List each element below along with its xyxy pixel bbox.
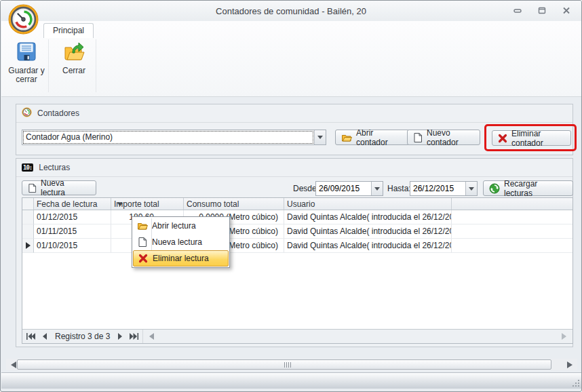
ribbon-body: Guardar y cerrar Cerrar bbox=[1, 38, 582, 96]
menu-item-eliminar-lectura[interactable]: Eliminar lectura bbox=[133, 250, 229, 267]
cell-empty bbox=[452, 239, 573, 253]
cerrar-button[interactable]: Cerrar bbox=[54, 38, 94, 96]
restore-icon[interactable] bbox=[537, 5, 547, 15]
app-gauge-icon[interactable] bbox=[7, 3, 39, 35]
folder-close-arrow-icon bbox=[63, 41, 85, 62]
menu-item-abrir-lectura[interactable]: Abrir lectura bbox=[133, 218, 229, 234]
table-row[interactable]: 01/11/2015 0,0000 (Metro cúbico) David Q… bbox=[22, 224, 573, 239]
title-bar[interactable]: Contadores de comunidad - Bailén, 20 bbox=[1, 1, 581, 21]
nueva-lectura-button[interactable]: Nueva lectura bbox=[22, 180, 96, 195]
hasta-date-editor[interactable] bbox=[410, 181, 478, 196]
nuevo-contador-label: Nuevo contador bbox=[427, 128, 474, 147]
desde-date-editor[interactable] bbox=[315, 181, 383, 196]
window-horizontal-scrollbar[interactable] bbox=[6, 359, 577, 370]
column-header-consumo[interactable]: Consumo total bbox=[184, 198, 284, 210]
new-document-icon bbox=[28, 183, 37, 193]
contadores-panel: Contadores Contador Agua (Merino) Abrir … bbox=[16, 104, 573, 155]
desde-dropdown-button[interactable] bbox=[371, 182, 383, 195]
guardar-y-cerrar-button[interactable]: Guardar y cerrar bbox=[7, 38, 46, 96]
cell-fecha[interactable]: 01/11/2015 bbox=[34, 224, 111, 239]
cell-usuario[interactable]: David Quintas Alcalde( introducida el 26… bbox=[284, 210, 452, 224]
previous-record-icon[interactable] bbox=[39, 330, 51, 343]
scroll-left-icon[interactable] bbox=[7, 361, 16, 368]
window-title: Contadores de comunidad - Bailén, 20 bbox=[1, 6, 581, 16]
contadores-title: Contadores bbox=[37, 109, 79, 118]
menu-label: Abrir lectura bbox=[152, 221, 196, 231]
ribbon: Principal Guardar y cerrar bbox=[1, 21, 582, 97]
abrir-contador-label: Abrir contador bbox=[356, 128, 404, 147]
refresh-icon bbox=[489, 183, 500, 194]
lecturas-grid: Fecha de lectura Importe total Consumo t… bbox=[22, 197, 573, 344]
resize-grip-icon[interactable] bbox=[570, 377, 579, 387]
contador-combobox[interactable]: Contador Agua (Merino) bbox=[22, 130, 326, 145]
cell-usuario[interactable]: David Quintas Alcalde( introducida el 26… bbox=[284, 224, 452, 239]
app-window: Contadores de comunidad - Bailén, 20 P bbox=[0, 0, 582, 392]
recargar-lecturas-label: Recargar lecturas bbox=[504, 179, 567, 198]
desde-date-input[interactable] bbox=[316, 182, 371, 195]
row-selector[interactable] bbox=[22, 224, 34, 239]
record-navigator: Registro 3 de 3 bbox=[22, 329, 573, 343]
scroll-right-icon[interactable] bbox=[562, 333, 570, 340]
eliminar-contador-button[interactable]: Eliminar contador bbox=[492, 130, 571, 146]
lecturas-panel: 10: Lecturas Nueva lectura Desde: Hasta: bbox=[16, 158, 573, 347]
cell-empty bbox=[452, 224, 573, 239]
gauge-icon bbox=[22, 107, 32, 119]
table-row[interactable]: 01/12/2015 180,60 0,0000 (Metro cúbico) … bbox=[22, 210, 573, 224]
counter-display-icon: 10: bbox=[22, 163, 33, 172]
hasta-dropdown-button[interactable] bbox=[465, 182, 477, 195]
ribbon-separator bbox=[96, 39, 96, 92]
scrollbar-thumb[interactable] bbox=[17, 359, 551, 370]
last-record-icon[interactable] bbox=[126, 330, 142, 343]
new-document-icon bbox=[413, 132, 423, 143]
scroll-left-icon[interactable] bbox=[146, 333, 154, 340]
hasta-date-input[interactable] bbox=[410, 182, 465, 195]
status-bar bbox=[1, 372, 582, 389]
guardar-y-cerrar-label: Guardar y cerrar bbox=[7, 66, 46, 84]
cell-fecha[interactable]: 01/12/2015 bbox=[34, 210, 111, 224]
menu-label: Nueva lectura bbox=[152, 237, 202, 247]
menu-item-nueva-lectura[interactable]: Nueva lectura bbox=[133, 234, 229, 250]
lecturas-header: 10: Lecturas bbox=[16, 159, 573, 177]
chevron-down-icon bbox=[374, 187, 380, 193]
column-header-usuario[interactable]: Usuario bbox=[284, 198, 452, 210]
save-floppy-icon bbox=[16, 41, 37, 62]
minimize-icon[interactable] bbox=[512, 5, 523, 15]
cell-usuario[interactable]: David Quintas Alcalde( introducida el 26… bbox=[284, 239, 452, 253]
nueva-lectura-label: Nueva lectura bbox=[41, 178, 90, 197]
grid-header-row: Fecha de lectura Importe total Consumo t… bbox=[22, 198, 573, 210]
tab-principal[interactable]: Principal bbox=[43, 23, 94, 38]
combobox-dropdown-button[interactable] bbox=[314, 130, 326, 144]
chevron-down-icon bbox=[469, 187, 474, 193]
red-x-icon bbox=[134, 254, 153, 263]
eliminar-contador-label: Eliminar contador bbox=[511, 129, 565, 148]
next-record-icon[interactable] bbox=[114, 330, 126, 343]
row-selector-header bbox=[22, 198, 34, 210]
nuevo-contador-button[interactable]: Nuevo contador bbox=[407, 130, 480, 145]
row-selector[interactable] bbox=[22, 210, 34, 224]
grid-horizontal-scrollbar[interactable] bbox=[142, 330, 573, 343]
menu-label: Eliminar lectura bbox=[153, 254, 209, 263]
lectura-context-menu: Abrir lectura Nueva lectura Eliminar lec… bbox=[132, 216, 230, 268]
contador-combobox-value: Contador Agua (Merino) bbox=[24, 132, 313, 143]
ribbon-separator bbox=[48, 39, 49, 92]
first-record-icon[interactable] bbox=[22, 330, 39, 343]
row-selector-current[interactable] bbox=[22, 239, 34, 253]
column-header-importe[interactable]: Importe total bbox=[111, 198, 184, 210]
red-x-icon bbox=[498, 134, 507, 143]
current-row-indicator-icon bbox=[26, 242, 34, 249]
hasta-label: Hasta: bbox=[387, 184, 411, 193]
recargar-lecturas-button[interactable]: Recargar lecturas bbox=[483, 180, 573, 196]
column-header-fecha[interactable]: Fecha de lectura bbox=[34, 198, 111, 210]
cell-fecha[interactable]: 01/10/2015 bbox=[34, 239, 111, 253]
window-controls bbox=[512, 5, 572, 15]
scrollbar-grip-icon bbox=[284, 362, 291, 368]
column-header-empty bbox=[452, 198, 573, 210]
abrir-contador-button[interactable]: Abrir contador bbox=[335, 130, 410, 145]
scroll-right-icon[interactable] bbox=[567, 361, 576, 368]
contadores-header: Contadores bbox=[16, 104, 573, 123]
open-folder-icon bbox=[133, 220, 152, 231]
close-icon[interactable] bbox=[561, 5, 572, 15]
table-row[interactable]: 01/10/2015 0,0000 (Metro cúbico) David Q… bbox=[22, 239, 573, 253]
lecturas-title: Lecturas bbox=[39, 163, 70, 172]
chevron-down-icon bbox=[317, 136, 323, 142]
